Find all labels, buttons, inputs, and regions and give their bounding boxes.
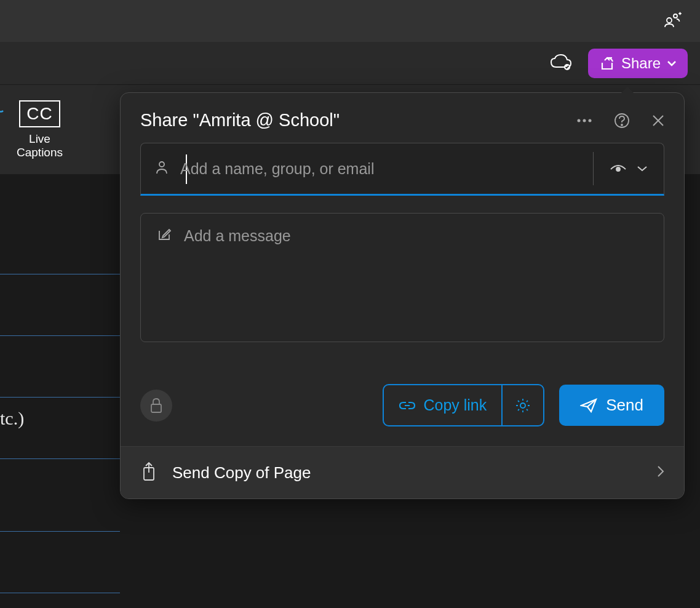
recipient-input[interactable]: Add a name, group, or email — [140, 143, 664, 196]
share-button[interactable]: Share — [588, 49, 688, 78]
help-icon[interactable] — [614, 113, 630, 129]
eye-icon — [610, 162, 627, 175]
live-captions-label-2: Captions — [17, 146, 63, 159]
close-icon[interactable] — [652, 114, 664, 127]
share-dialog-header: Share "Amrita @ School" — [121, 93, 684, 143]
share-button-label: Share — [621, 55, 661, 72]
live-captions-ribbon-item[interactable]: CC Live Captions — [17, 100, 63, 159]
svg-point-1 — [674, 14, 677, 18]
edit-icon — [157, 228, 172, 244]
cc-icon: CC — [19, 100, 60, 127]
app-toolbar: Share — [0, 42, 700, 85]
chevron-right-icon — [657, 465, 664, 480]
copy-link-group: Copy link — [383, 384, 544, 426]
svg-point-8 — [159, 162, 164, 167]
share-arrow-icon — [599, 55, 615, 71]
more-options-icon[interactable] — [577, 119, 592, 122]
share-dialog: Share "Amrita @ School" — [120, 92, 685, 499]
accessibility-icon — [0, 101, 4, 127]
svg-point-0 — [667, 18, 672, 23]
message-placeholder: Add a message — [184, 227, 291, 245]
recipient-placeholder: Add a name, group, or email — [180, 160, 374, 178]
copy-link-label: Copy link — [423, 396, 487, 414]
chevron-down-icon — [667, 60, 677, 66]
link-icon — [399, 401, 416, 410]
accessibility-ribbon-item[interactable]: k ility — [0, 101, 4, 159]
handwriting-content: tc.) — [0, 408, 24, 429]
svg-point-7 — [621, 124, 622, 126]
cloud-sync-icon[interactable] — [550, 54, 572, 73]
send-button[interactable]: Send — [559, 385, 664, 426]
window-titlebar — [0, 0, 700, 42]
svg-point-4 — [583, 119, 586, 122]
message-input[interactable]: Add a message — [140, 213, 664, 342]
send-icon — [580, 398, 597, 413]
chevron-down-icon — [637, 163, 648, 174]
copy-link-button[interactable]: Copy link — [384, 385, 501, 425]
people-outline-icon[interactable] — [663, 12, 682, 30]
send-copy-row[interactable]: Send Copy of Page — [121, 446, 684, 498]
send-copy-label: Send Copy of Page — [172, 463, 642, 482]
share-dialog-title: Share "Amrita @ School" — [140, 110, 577, 130]
share-up-icon — [140, 462, 157, 484]
svg-rect-10 — [151, 404, 161, 412]
svg-point-3 — [578, 119, 581, 122]
svg-point-9 — [616, 167, 620, 171]
svg-point-11 — [520, 403, 525, 408]
send-label: Send — [606, 396, 643, 415]
permission-dropdown[interactable] — [594, 143, 664, 194]
svg-point-5 — [589, 119, 592, 122]
share-actions-row: Copy link Send — [121, 364, 684, 446]
live-captions-label-1: Live — [29, 132, 50, 145]
person-icon — [156, 161, 168, 177]
lock-button[interactable] — [140, 390, 172, 422]
gear-icon — [515, 398, 531, 414]
lock-icon — [149, 398, 163, 414]
link-settings-button[interactable] — [501, 385, 543, 425]
